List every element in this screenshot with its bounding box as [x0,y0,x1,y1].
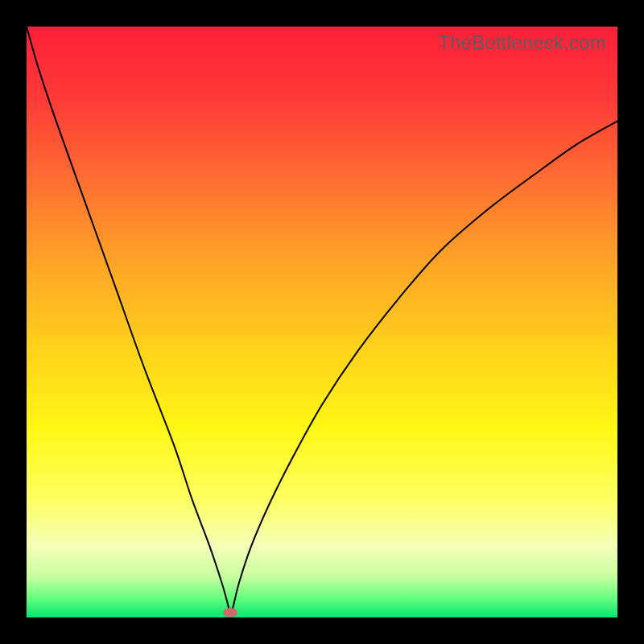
watermark-text: TheBottleneck.com [438,31,606,54]
bottleneck-curve [27,27,617,617]
plot-area: TheBottleneck.com [27,27,617,617]
chart-frame: TheBottleneck.com [0,0,644,644]
optimal-point-marker [223,608,237,617]
